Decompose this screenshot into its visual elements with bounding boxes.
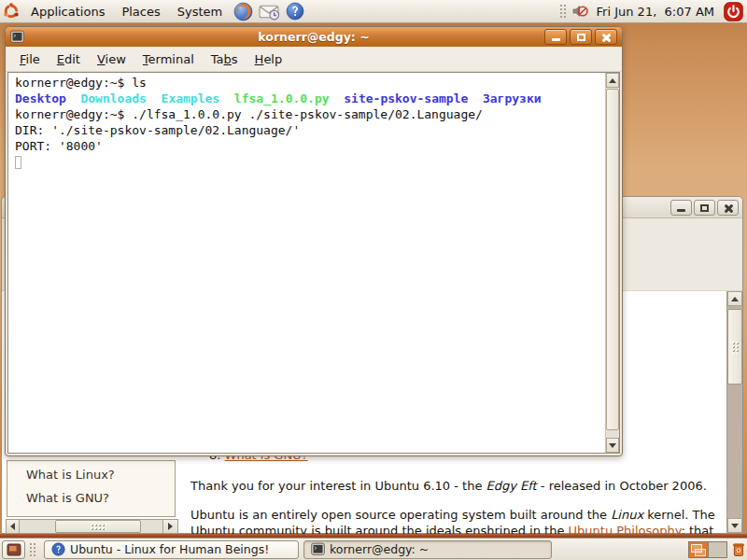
sidebar-link-what-is-linux[interactable]: What is Linux? [26,468,115,482]
firefox-launcher-icon[interactable] [231,0,256,22]
terminal-prompt-line: kornerr@edgy:~$ ls [15,75,603,91]
ubuntu-logo-icon[interactable] [0,0,22,22]
task-button-terminal[interactable]: kornerr@edgy: ~ [303,540,552,559]
terminal-content-frame: kornerr@edgy:~$ ls Desktop Downloads Exa… [7,72,620,454]
browser-minimize-button[interactable] [670,200,692,216]
task-label: Ubuntu - Linux for Human Beings! [70,542,269,556]
page-vertical-scrollbar[interactable] [726,291,742,533]
menu-places-label: Places [121,5,160,19]
terminal-minimize-button[interactable] [544,29,567,45]
scroll-left-button[interactable] [7,520,20,533]
workspace-switcher [688,541,727,558]
terminal-menu-view[interactable]: View [89,49,134,70]
show-desktop-button[interactable] [2,540,25,559]
scroll-down-button[interactable] [606,438,619,453]
workspace-2[interactable] [708,542,726,557]
scroll-down-button[interactable] [727,518,742,533]
help-launcher-icon[interactable] [283,0,307,22]
arrow-down-icon [609,443,616,448]
task-label: kornerr@edgy: ~ [330,542,429,556]
sidebar-horizontal-scrollbar[interactable] [6,519,178,534]
task-button-firefox[interactable]: Ubuntu - Linux for Human Beings! [44,540,299,559]
browser-maximize-button[interactable] [694,200,715,216]
show-desktop-icon [7,543,21,556]
terminal-window-controls [542,29,617,45]
top-panel: Applications Places System [0,0,747,23]
terminal-task-icon [311,542,325,556]
paragraph-text: Ubuntu is an entirely open source operat… [190,508,611,522]
panel-drag-handle[interactable] [559,4,566,19]
sidebar-link-what-is-gnu[interactable]: What is GNU? [26,491,109,505]
terminal-cursor [15,156,21,169]
arrow-right-icon [168,523,173,530]
paragraph-text: kernel. The [643,508,715,522]
paragraph-text: Thank you for your interest in Ubuntu 6.… [190,479,486,493]
terminal-maximize-button[interactable] [570,29,592,45]
terminal-window-title: kornerr@edgy: ~ [6,30,622,44]
workspace-1[interactable] [689,542,708,557]
terminal-menu-file[interactable]: File [11,49,49,70]
terminal-scroll-thumb[interactable] [606,89,619,430]
thumb-grip-icon [731,341,740,354]
minimize-icon [677,209,685,212]
terminal-window: kornerr@edgy: ~ File Edit View Terminal … [5,26,623,456]
ls-entry-downloads: Downloads [80,91,146,105]
close-icon [724,203,733,213]
ls-entry-desktop: Desktop [15,91,66,105]
browser-window-controls [669,200,739,216]
terminal-menubar: File Edit View Terminal Tabs Help [6,47,622,72]
maximize-icon [700,204,709,212]
help-page-icon [51,542,65,556]
arrow-up-icon [731,297,739,301]
terminal-output-port: PORT: '8000' [15,138,603,154]
mini-window-icon [695,549,706,556]
terminal-menu-help[interactable]: Help [247,49,291,70]
ls-entry-script: lfsa_1.0.0.py [234,91,330,105]
thumb-grip-icon [90,523,106,531]
minimize-icon [552,38,560,41]
arrow-up-icon [609,78,616,83]
power-logout-icon[interactable] [720,0,747,22]
page-sidebar-frame: What is Linux? What is GNU? [7,460,176,517]
menu-system-label: System [177,5,222,19]
trash-icon [732,541,745,557]
terminal-close-button[interactable] [595,29,617,45]
menu-applications[interactable]: Applications [22,0,113,22]
terminal-menu-edit[interactable]: Edit [49,49,89,70]
paragraph-text: - released in October 2006. [537,479,707,493]
terminal-menu-terminal[interactable]: Terminal [134,49,203,70]
desktop: { "top_panel": { "menus": [ { "label": "… [0,0,747,560]
browser-close-button[interactable] [717,200,739,216]
terminal-screen[interactable]: kornerr@edgy:~$ ls Desktop Downloads Exa… [8,73,605,453]
bottom-taskbar: Ubuntu - Linux for Human Beings! kornerr… [0,538,747,560]
menu-places[interactable]: Places [113,0,168,22]
horizontal-scroll-thumb[interactable] [55,520,141,533]
arrow-left-icon [10,523,15,530]
ls-entry-examples: Examples [162,91,220,105]
ls-entry-site: site-pskov-sample [344,91,468,105]
close-icon [601,33,611,42]
terminal-titlebar[interactable]: kornerr@edgy: ~ [6,27,622,47]
scroll-up-button[interactable] [606,73,619,88]
maximize-icon [577,34,585,41]
taskbar-drag-handle[interactable] [29,542,35,557]
emphasis-text: Linux [611,508,643,522]
vertical-scroll-thumb[interactable] [727,309,742,385]
terminal-output-dir: DIR: './site-pskov-sample/02.Language/' [15,122,603,138]
ls-entry-zagruzki: Загрузки [483,91,542,105]
menu-system[interactable]: System [169,0,231,22]
panel-right-area: Fri Jun 21, 6:07 AM [557,0,747,22]
terminal-ls-output: Desktop Downloads Examples lfsa_1.0.0.py… [15,91,603,106]
horizontal-scroll-track[interactable] [20,520,162,533]
menu-applications-label: Applications [31,5,105,19]
clock[interactable]: Fri Jun 21, 6:07 AM [591,5,720,19]
terminal-scrollbar[interactable] [605,73,619,453]
mail-launcher-icon[interactable] [256,0,283,22]
paragraph-thank-you: Thank you for your interest in Ubuntu 6.… [190,478,730,494]
volume-muted-icon[interactable] [569,0,591,22]
trash-applet[interactable] [732,541,745,557]
scroll-right-button[interactable] [162,520,177,533]
emphasis-text: Edgy Eft [486,479,537,493]
scroll-up-button[interactable] [727,291,742,306]
terminal-menu-tabs[interactable]: Tabs [203,49,247,70]
